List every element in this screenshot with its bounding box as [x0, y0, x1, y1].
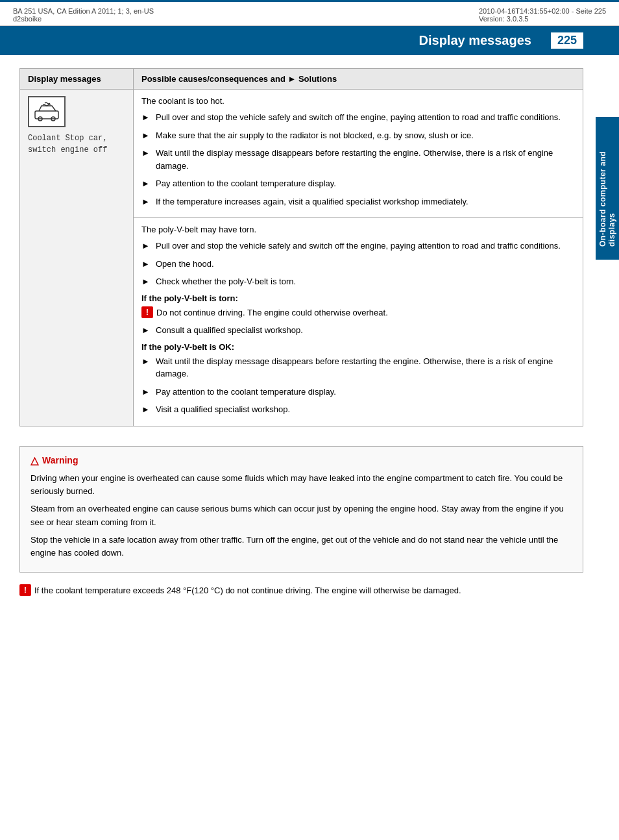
if-torn-exclamation-text: Do not continue driving. The engine coul…: [156, 306, 388, 319]
warning-title: △ Warning: [30, 454, 572, 467]
section2-cell: The poly-V-belt may have torn. ► Pull ov…: [134, 218, 583, 426]
final-exclamation-icon: !: [19, 584, 31, 596]
display-icon-cell: Coolant Stop car,switch engine off: [20, 90, 134, 426]
header-left: BA 251 USA, CA Edition A 2011; 1; 3, en-…: [13, 7, 154, 23]
bullet-1-1: ► Pull over and stop the vehicle safely …: [141, 111, 575, 124]
header-left-top: BA 251 USA, CA Edition A 2011; 1; 3, en-…: [13, 7, 154, 15]
bullet-1-4: ► Pay attention to the coolant temperatu…: [141, 177, 575, 190]
exclamation-icon: !: [141, 306, 153, 318]
banner-title: Display messages: [419, 33, 531, 48]
if-ok-heading: If the poly-V-belt is OK:: [141, 342, 575, 352]
col1-header: Display messages: [20, 69, 134, 90]
bullet-2-2: ► Open the hood.: [141, 258, 575, 271]
section1-intro: The coolant is too hot.: [141, 96, 575, 106]
if-ok-bullet-2: ► Pay attention to the coolant temperatu…: [141, 386, 575, 399]
if-torn-bullet: ► Consult a qualified specialist worksho…: [141, 324, 575, 337]
header-right-bottom: Version: 3.0.3.5: [479, 15, 606, 23]
page-header: BA 251 USA, CA Edition A 2011; 1; 3, en-…: [0, 2, 619, 26]
final-note-text: If the coolant temperature exceeds 248 °…: [34, 584, 583, 598]
warning-para-2: Steam from an overheated engine can caus…: [30, 502, 572, 530]
section2-intro: The poly-V-belt may have torn.: [141, 225, 575, 234]
header-right: 2010-04-16T14:31:55+02:00 - Seite 225 Ve…: [479, 7, 606, 23]
final-note: ! If the coolant temperature exceeds 248…: [19, 584, 583, 598]
if-ok-bullet-1: ► Wait until the display message disappe…: [141, 355, 575, 380]
display-message-code: Coolant Stop car,switch engine off: [28, 132, 125, 156]
header-right-top: 2010-04-16T14:31:55+02:00 - Seite 225: [479, 7, 606, 15]
top-banner: Display messages 225: [0, 26, 619, 55]
if-ok-bullet-3: ► Visit a qualified specialist workshop.: [141, 403, 575, 416]
warning-box: △ Warning Driving when your engine is ov…: [19, 446, 583, 573]
bullet-1-5: ► If the temperature increases again, vi…: [141, 195, 575, 208]
header-left-bottom: d2sboike: [13, 15, 154, 23]
bullet-2-1: ► Pull over and stop the vehicle safely …: [141, 240, 575, 253]
coolant-icon: [28, 96, 66, 127]
bullet-2-3: ► Check whether the poly-V-belt is torn.: [141, 275, 575, 288]
warning-para-1: Driving when your engine is overheated c…: [30, 472, 572, 499]
bullet-1-3: ► Wait until the display message disappe…: [141, 147, 575, 172]
page-number: 225: [551, 32, 583, 49]
if-torn-exclamation-row: ! Do not continue driving. The engine co…: [141, 306, 575, 319]
display-messages-table: Display messages Possible causes/consequ…: [19, 68, 583, 426]
section1-cell: The coolant is too hot. ► Pull over and …: [134, 90, 583, 218]
if-torn-heading: If the poly-V-belt is torn:: [141, 293, 575, 303]
warning-para-3: Stop the vehicle in a safe location away…: [30, 534, 572, 561]
main-content: Display messages Possible causes/consequ…: [0, 55, 619, 611]
bullet-1-2: ► Make sure that the air supply to the r…: [141, 129, 575, 142]
warning-triangle-icon: △: [30, 454, 38, 467]
col2-header: Possible causes/consequences and ► Solut…: [134, 69, 583, 90]
